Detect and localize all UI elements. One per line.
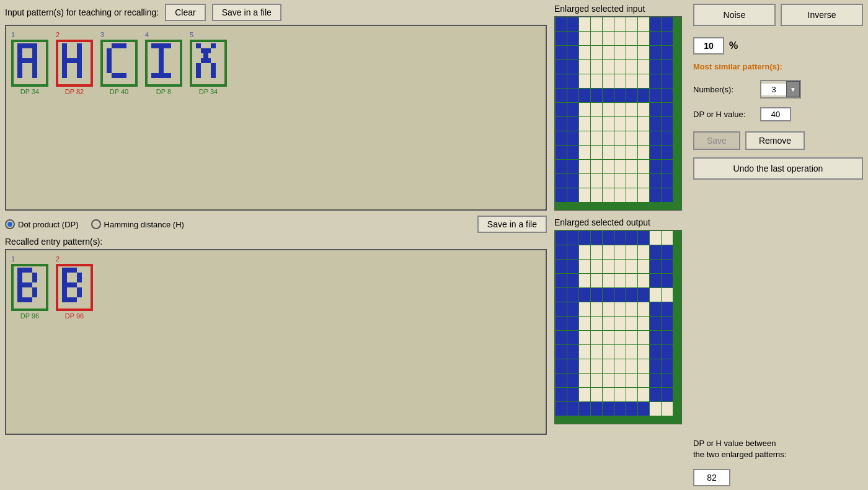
svg-rect-316 xyxy=(614,317,626,330)
pattern-2-grid[interactable] xyxy=(56,40,93,87)
output-patterns-box: 1 xyxy=(5,249,547,435)
svg-rect-139 xyxy=(662,32,673,45)
output-pattern-1[interactable]: 1 xyxy=(11,255,48,320)
svg-rect-7 xyxy=(32,48,37,53)
input-pattern-3[interactable]: 3 xyxy=(100,31,138,95)
svg-rect-257 xyxy=(626,231,637,245)
svg-rect-102 xyxy=(62,268,67,273)
svg-rect-37 xyxy=(77,73,82,78)
svg-rect-288 xyxy=(638,274,649,287)
svg-rect-248 xyxy=(650,188,661,202)
svg-rect-304 xyxy=(591,302,602,316)
svg-rect-118 xyxy=(72,297,77,302)
svg-rect-74 xyxy=(206,58,211,63)
svg-rect-171 xyxy=(567,89,578,102)
svg-rect-73 xyxy=(201,58,206,63)
remove-button[interactable]: Remove xyxy=(745,131,805,150)
svg-rect-266 xyxy=(614,245,626,259)
svg-rect-127 xyxy=(638,17,649,31)
input-pattern-5[interactable]: 5 xyxy=(190,31,227,95)
clear-button[interactable]: Clear xyxy=(165,4,205,21)
number-dropdown-button[interactable]: ▼ xyxy=(786,81,800,97)
svg-rect-164 xyxy=(603,74,614,88)
pattern-4-grid[interactable] xyxy=(145,40,182,87)
pattern-1-grid[interactable] xyxy=(11,40,48,87)
svg-rect-279 xyxy=(650,260,661,273)
svg-rect-36 xyxy=(62,73,67,78)
svg-rect-309 xyxy=(650,302,661,316)
distance-radio-group: Dot product (DP) Hamming distance (H) xyxy=(5,219,184,229)
svg-rect-261 xyxy=(556,245,567,259)
svg-rect-126 xyxy=(626,17,637,31)
svg-rect-14 xyxy=(17,63,22,68)
pattern-2-label: DP 82 xyxy=(65,88,84,95)
undo-button[interactable]: Undo the last operation xyxy=(693,157,863,180)
svg-rect-64 xyxy=(161,73,166,78)
svg-rect-200 xyxy=(556,131,567,145)
pattern-5-grid[interactable] xyxy=(190,40,227,87)
svg-rect-307 xyxy=(626,302,637,316)
svg-rect-185 xyxy=(614,103,626,116)
dp-h-value: 40 xyxy=(760,107,791,121)
save-button[interactable]: Save xyxy=(693,131,740,150)
input-pattern-2[interactable]: 2 xyxy=(56,31,93,95)
svg-rect-115 xyxy=(77,292,82,297)
svg-rect-56 xyxy=(166,43,171,48)
svg-rect-45 xyxy=(107,58,112,63)
svg-rect-353 xyxy=(579,374,590,387)
svg-rect-95 xyxy=(17,292,22,297)
svg-rect-141 xyxy=(567,46,578,59)
svg-rect-181 xyxy=(567,103,578,116)
svg-rect-44 xyxy=(107,53,112,58)
svg-rect-91 xyxy=(22,282,27,287)
svg-rect-201 xyxy=(567,131,578,145)
svg-rect-31 xyxy=(77,58,82,63)
svg-rect-42 xyxy=(122,43,126,48)
svg-rect-333 xyxy=(579,345,590,359)
svg-rect-336 xyxy=(614,345,626,359)
input-pattern-1[interactable]: 1 xyxy=(11,31,48,95)
hamming-radio-circle xyxy=(91,219,101,229)
svg-rect-16 xyxy=(17,68,22,73)
svg-rect-216 xyxy=(626,146,637,159)
svg-rect-267 xyxy=(626,245,637,259)
output-pattern-2[interactable]: 2 xyxy=(56,255,93,320)
svg-rect-351 xyxy=(556,374,567,387)
pattern-4-num: 4 xyxy=(145,31,149,38)
output-2-grid[interactable] xyxy=(56,264,93,311)
noise-value-input[interactable] xyxy=(693,37,724,55)
svg-rect-271 xyxy=(556,260,567,273)
svg-rect-321 xyxy=(556,331,567,344)
dot-product-radio-circle xyxy=(5,219,15,229)
input-pattern-4[interactable]: 4 xyxy=(145,31,182,95)
inverse-button[interactable]: Inverse xyxy=(781,4,863,26)
save-file-top-button[interactable]: Save in a file xyxy=(212,4,281,21)
svg-rect-269 xyxy=(650,245,661,259)
svg-rect-93 xyxy=(17,287,22,292)
dot-product-radio[interactable]: Dot product (DP) xyxy=(5,219,79,229)
svg-rect-371 xyxy=(556,402,567,416)
pattern-3-label: DP 40 xyxy=(110,88,128,95)
svg-rect-342 xyxy=(567,359,578,373)
noise-button[interactable]: Noise xyxy=(693,4,776,26)
svg-rect-123 xyxy=(591,17,602,31)
pattern-3-grid[interactable] xyxy=(100,40,138,87)
svg-rect-303 xyxy=(579,302,590,316)
svg-rect-217 xyxy=(638,146,649,159)
output-1-grid[interactable] xyxy=(11,264,48,311)
svg-rect-347 xyxy=(626,359,637,373)
svg-rect-318 xyxy=(638,317,649,330)
svg-rect-129 xyxy=(662,17,673,31)
svg-rect-221 xyxy=(567,160,578,173)
save-file-bottom-button[interactable]: Save in a file xyxy=(477,216,547,233)
svg-rect-178 xyxy=(650,89,661,102)
svg-rect-158 xyxy=(650,60,661,74)
hamming-radio[interactable]: Hamming distance (H) xyxy=(91,219,184,229)
svg-rect-235 xyxy=(614,174,626,188)
svg-rect-5 xyxy=(32,43,37,48)
svg-rect-135 xyxy=(614,32,626,45)
svg-rect-234 xyxy=(603,174,614,188)
svg-rect-29 xyxy=(67,58,72,63)
svg-rect-160 xyxy=(556,74,567,88)
svg-rect-198 xyxy=(650,117,661,131)
